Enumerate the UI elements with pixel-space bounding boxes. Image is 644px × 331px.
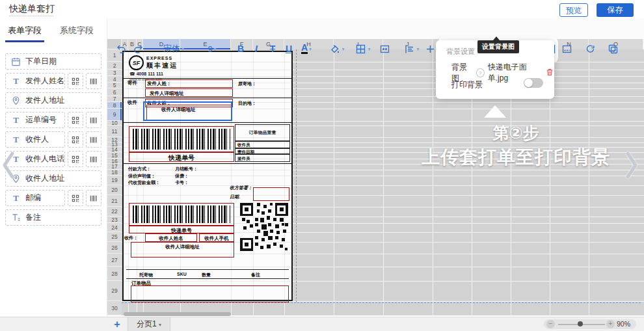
title-underline [9,16,53,16]
row-header-26[interactable]: 26 [107,242,122,254]
qr-variant-icon[interactable] [68,190,83,206]
footer-bar: + 分页1 ▾ − + 90% [0,317,644,331]
row-header-8[interactable]: 8 [107,102,122,109]
field-label: 运单编号 [25,114,57,126]
guide-text: 第②步 上传套打单至打印背景 [409,122,623,170]
redo-icon[interactable] [130,41,146,57]
row-header-21[interactable]: 21 [107,195,122,207]
row-header-25[interactable]: 25 [107,232,122,242]
barcode-variant-icon[interactable] [86,112,101,128]
barcode-variant-icon[interactable] [86,131,101,148]
row-header-19[interactable]: 19 [107,176,122,185]
tab-form-fields[interactable]: 表单字段 [8,25,42,36]
field-label: 邮编 [25,192,41,204]
row-header-22[interactable]: 22 [107,207,122,217]
qr-variant-icon[interactable] [68,112,83,128]
field-item[interactable]: 下单日期 [5,53,101,70]
field-label: 备注 [25,212,41,223]
note-icon [11,213,21,222]
field-item[interactable]: T发件人姓名 [5,73,65,89]
copy-icon[interactable] [605,41,621,57]
sidebar-tabs: 表单字段 系统字段 [0,18,107,43]
field-label: 收件人地址 [25,173,64,184]
bold-icon[interactable]: B [233,41,248,57]
app-window: 快递单套打 预览 保存 表单字段 系统字段 宋体▾ 9▾ B I T U A▾ [0,0,644,331]
title-bar: 快递单套打 预览 保存 [0,0,644,18]
qr-variant-icon[interactable] [68,151,83,167]
page-title: 快递单套打 [9,3,55,15]
text-icon: T [11,76,21,86]
row-header-20[interactable]: 20 [107,185,122,195]
font-family-select[interactable]: 宋体▾ [156,41,191,57]
sidebar-field-row: T运单编号 [5,112,101,128]
row-header-28[interactable]: 28 [107,267,122,281]
text-icon: T [11,135,21,144]
text-icon: T [11,193,21,203]
row-header-2[interactable]: 2 [107,62,122,70]
align-icon[interactable]: ▾ [402,41,422,57]
font-size-select[interactable]: 9▾ [200,41,224,57]
carousel-prev-icon[interactable] [1,151,16,179]
zoom-control: − + 90% [544,319,636,329]
guide-step: 第②步 [409,122,623,144]
sidebar-field-row: T邮编 [5,190,101,206]
row-header-5[interactable]: 5 [107,83,122,88]
barcode-variant-icon[interactable] [86,151,101,167]
preview-button[interactable]: 预览 [559,3,588,17]
font-color-icon[interactable]: A▾ [297,41,316,57]
calendar-icon [11,57,21,66]
row-header-23[interactable]: 23 [107,217,122,223]
field-item[interactable]: 收件人地址 [5,170,101,187]
zoom-level: 90% [617,320,630,328]
field-item[interactable]: 备注 [5,209,101,226]
zoom-slider-handle[interactable] [578,321,583,326]
grid-background[interactable] [122,49,644,315]
qr-variant-icon[interactable] [68,73,83,89]
text-icon: T [11,115,21,125]
sheet-tab[interactable]: 分页1 ▾ [127,317,170,331]
barcode-variant-icon[interactable] [86,190,101,206]
italic-icon[interactable]: I [248,41,264,57]
guide-arrow-up [484,105,506,118]
row-header-3[interactable]: 3 [107,70,122,76]
popup-title: 背景设置 [446,47,475,57]
row-header-10[interactable]: 10 [107,121,122,126]
field-label: 发件人姓名 [25,75,64,86]
field-item[interactable]: T运单编号 [5,112,65,128]
split-horizontal-icon[interactable] [559,41,574,57]
location-icon [11,96,21,105]
barcode-variant-icon[interactable] [86,73,101,89]
field-item[interactable]: T收件人 [5,131,65,148]
row-header-30[interactable]: 30 [107,301,122,315]
row-header-24[interactable]: 24 [107,223,122,232]
fill-color-icon[interactable]: ▾ [327,41,347,57]
sidebar-field-row: 备注 [5,209,101,226]
print-background-label: 打印背景 [451,79,483,90]
undo-icon[interactable] [113,41,129,57]
strikethrough-icon[interactable]: T [265,41,280,57]
tab-system-fields[interactable]: 系统字段 [60,25,94,36]
help-icon[interactable]: ? [476,68,485,77]
refresh-icon[interactable] [582,41,598,57]
row-header-11[interactable]: 11 [107,126,122,137]
zoom-out-button[interactable]: − [546,320,555,328]
add-sheet-button[interactable]: + [111,317,124,331]
delete-icon[interactable] [545,68,554,79]
field-item[interactable]: 发件人地址 [5,92,101,109]
borders-icon[interactable]: ▾ [353,41,373,57]
sidebar-field-row: T收件人 [5,131,101,148]
row-header-18[interactable]: 18 [107,170,122,176]
sidebar-field-row: 下单日期 [5,53,101,70]
row-header-29[interactable]: 29 [107,281,122,301]
zoom-in-button[interactable]: + [606,320,615,328]
merge-cells-icon[interactable] [377,41,392,57]
qr-variant-icon[interactable] [68,131,83,148]
sidebar-field-row: T收件人电话 [5,151,101,167]
save-button[interactable]: 保存 [597,3,634,17]
horizontal-scrollbar[interactable] [124,312,231,316]
field-item[interactable]: T邮编 [5,190,65,206]
row-header-27[interactable]: 27 [107,254,122,267]
print-background-toggle[interactable] [524,78,543,88]
carousel-next-icon[interactable] [624,151,639,179]
underline-icon[interactable]: U [281,41,297,57]
